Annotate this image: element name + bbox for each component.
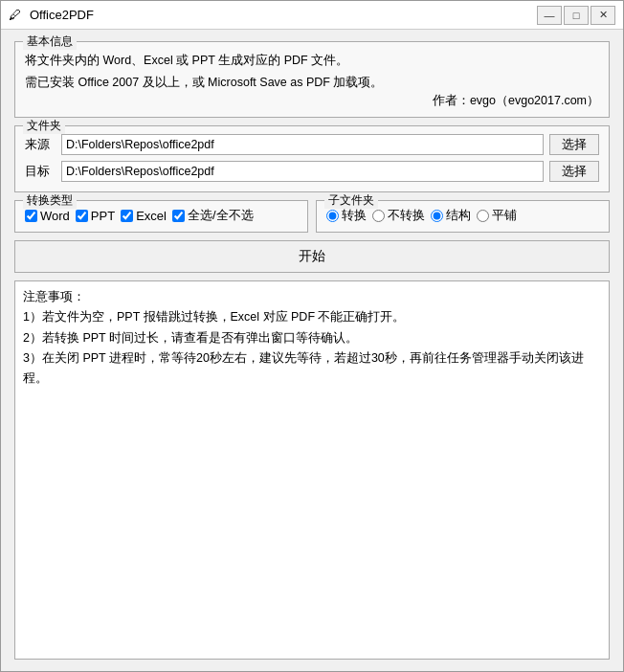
convert-type-section: 转换类型 Word PPT Excel: [14, 200, 308, 233]
flat-radio-item[interactable]: 平铺: [477, 207, 517, 224]
no-convert-radio-item[interactable]: 不转换: [372, 207, 425, 224]
folder-section-label: 文件夹: [23, 118, 65, 134]
options-row: 转换类型 Word PPT Excel: [14, 200, 610, 233]
word-label: Word: [40, 209, 70, 223]
no-convert-radio-label: 不转换: [388, 207, 425, 224]
source-label: 来源: [25, 137, 56, 153]
basic-info-section: 基本信息 将文件夹内的 Word、Excel 或 PPT 生成对应的 PDF 文…: [14, 41, 610, 118]
target-input[interactable]: [61, 161, 544, 182]
source-input[interactable]: [61, 134, 544, 155]
flat-radio[interactable]: [477, 210, 489, 222]
structure-radio-label: 结构: [446, 207, 471, 224]
window-controls: — □ ✕: [537, 6, 615, 25]
convert-radio[interactable]: [326, 210, 339, 222]
ppt-checkbox-item[interactable]: PPT: [76, 209, 115, 223]
word-checkbox-item[interactable]: Word: [25, 209, 70, 223]
all-label: 全选/全不选: [188, 207, 254, 224]
target-row: 目标 选择: [25, 161, 599, 182]
log-content: 注意事项： 1）若文件为空，PPT 报错跳过转换，Excel 对应 PDF 不能…: [23, 287, 601, 389]
window-title: Office2PDF: [30, 8, 537, 22]
log-section: 注意事项： 1）若文件为空，PPT 报错跳过转换，Excel 对应 PDF 不能…: [14, 280, 610, 660]
folder-section: 文件夹 来源 选择 目标 选择: [14, 125, 610, 192]
target-label: 目标: [25, 164, 56, 180]
excel-label: Excel: [136, 209, 167, 223]
convert-radio-label: 转换: [342, 207, 367, 224]
info-line2: 需已安装 Office 2007 及以上，或 Microsoft Save as…: [25, 72, 599, 94]
excel-checkbox[interactable]: [121, 210, 133, 222]
no-convert-radio[interactable]: [372, 210, 385, 222]
minimize-button[interactable]: —: [537, 6, 562, 25]
convert-type-label: 转换类型: [23, 192, 77, 209]
subfolder-radio-row: 转换 不转换 结构 平铺: [326, 207, 599, 224]
structure-radio[interactable]: [431, 210, 443, 222]
basic-info-label: 基本信息: [23, 34, 77, 50]
structure-radio-item[interactable]: 结构: [431, 207, 471, 224]
window-content: 基本信息 将文件夹内的 Word、Excel 或 PPT 生成对应的 PDF 文…: [1, 30, 623, 671]
source-choose-button[interactable]: 选择: [549, 134, 599, 155]
close-button[interactable]: ✕: [591, 6, 615, 25]
flat-radio-label: 平铺: [492, 207, 517, 224]
start-button[interactable]: 开始: [14, 240, 610, 273]
source-row: 来源 选择: [25, 134, 599, 155]
main-window: 🖊 Office2PDF — □ ✕ 基本信息 将文件夹内的 Word、Exce…: [0, 0, 624, 672]
info-line1: 将文件夹内的 Word、Excel 或 PPT 生成对应的 PDF 文件。: [25, 50, 599, 72]
maximize-button[interactable]: □: [564, 6, 589, 25]
all-checkbox-item[interactable]: 全选/全不选: [172, 207, 254, 224]
word-checkbox[interactable]: [25, 210, 37, 222]
checkbox-row: Word PPT Excel 全选/全不选: [25, 207, 298, 224]
subfolder-section: 子文件夹 转换 不转换 结构: [316, 200, 610, 233]
target-choose-button[interactable]: 选择: [549, 161, 599, 182]
all-checkbox[interactable]: [172, 210, 185, 222]
subfolder-section-label: 子文件夹: [324, 192, 378, 209]
excel-checkbox-item[interactable]: Excel: [121, 209, 167, 223]
ppt-label: PPT: [91, 209, 115, 223]
ppt-checkbox[interactable]: [76, 210, 88, 222]
author-text: 作者：evgo（evgo2017.com）: [25, 93, 599, 109]
convert-radio-item[interactable]: 转换: [326, 207, 367, 224]
app-icon: 🖊: [9, 8, 24, 23]
title-bar: 🖊 Office2PDF — □ ✕: [1, 1, 623, 30]
